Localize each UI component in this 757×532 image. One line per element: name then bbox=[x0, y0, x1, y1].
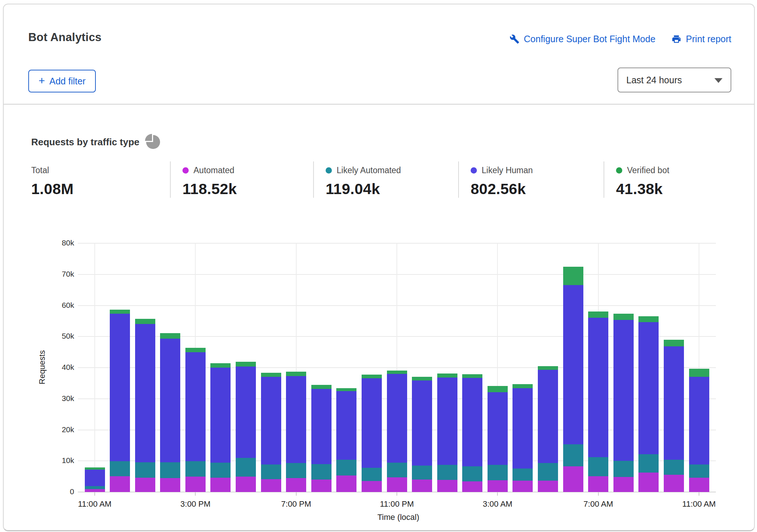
bar-segment-likely-human[interactable] bbox=[437, 378, 457, 465]
bar-segment-likely-automated[interactable] bbox=[563, 444, 583, 466]
bar-segment-verified-bot[interactable] bbox=[412, 377, 432, 380]
bar-segment-likely-human[interactable] bbox=[286, 376, 306, 463]
bar-segment-likely-human[interactable] bbox=[462, 378, 482, 466]
bar-segment-likely-automated[interactable] bbox=[437, 465, 457, 480]
bar-segment-verified-bot[interactable] bbox=[236, 362, 256, 367]
bar-segment-automated[interactable] bbox=[286, 478, 306, 492]
bar-segment-automated[interactable] bbox=[362, 481, 382, 492]
bar-segment-likely-human[interactable] bbox=[613, 320, 634, 461]
bar-segment-likely-human[interactable] bbox=[336, 391, 356, 460]
bar-segment-verified-bot[interactable] bbox=[160, 333, 180, 339]
bar-segment-likely-automated[interactable] bbox=[362, 468, 382, 481]
bar-segment-verified-bot[interactable] bbox=[85, 467, 105, 470]
bar-segment-likely-human[interactable] bbox=[538, 370, 558, 463]
bar-segment-likely-human[interactable] bbox=[135, 324, 155, 462]
bar-segment-automated[interactable] bbox=[311, 480, 332, 492]
bar-segment-automated[interactable] bbox=[538, 481, 558, 492]
bar-segment-automated[interactable] bbox=[563, 466, 583, 492]
bar-segment-automated[interactable] bbox=[613, 477, 634, 492]
bar-segment-verified-bot[interactable] bbox=[437, 374, 457, 378]
bar-segment-likely-human[interactable] bbox=[689, 377, 709, 464]
bar-segment-automated[interactable] bbox=[135, 478, 155, 492]
bar-segment-likely-human[interactable] bbox=[387, 374, 407, 463]
bar-segment-likely-automated[interactable] bbox=[689, 464, 709, 478]
bar-segment-likely-human[interactable] bbox=[638, 322, 659, 454]
bar-segment-verified-bot[interactable] bbox=[336, 388, 356, 391]
bar-segment-likely-automated[interactable] bbox=[110, 461, 130, 476]
bar-segment-verified-bot[interactable] bbox=[286, 372, 306, 376]
bar-segment-verified-bot[interactable] bbox=[538, 366, 558, 370]
bar-segment-verified-bot[interactable] bbox=[588, 311, 608, 318]
bar-segment-verified-bot[interactable] bbox=[512, 384, 533, 388]
bar-segment-likely-human[interactable] bbox=[362, 378, 382, 468]
bar-segment-likely-human[interactable] bbox=[512, 388, 533, 469]
bar-segment-verified-bot[interactable] bbox=[135, 319, 155, 324]
bar-segment-automated[interactable] bbox=[512, 481, 533, 492]
bar-segment-likely-human[interactable] bbox=[261, 377, 281, 464]
bar-segment-verified-bot[interactable] bbox=[210, 363, 231, 368]
bar-segment-automated[interactable] bbox=[689, 478, 709, 492]
bar-segment-automated[interactable] bbox=[185, 477, 206, 492]
bar-segment-likely-automated[interactable] bbox=[538, 463, 558, 480]
bar-segment-likely-automated[interactable] bbox=[185, 461, 206, 477]
bar-segment-likely-automated[interactable] bbox=[336, 460, 356, 475]
bar-segment-automated[interactable] bbox=[85, 489, 105, 492]
bar-segment-likely-automated[interactable] bbox=[588, 457, 608, 476]
bar-segment-likely-human[interactable] bbox=[236, 367, 256, 458]
bar-segment-likely-human[interactable] bbox=[563, 285, 583, 444]
bar-segment-likely-automated[interactable] bbox=[387, 463, 407, 477]
bar-segment-verified-bot[interactable] bbox=[563, 267, 583, 285]
bar-segment-likely-automated[interactable] bbox=[261, 464, 281, 480]
bar-segment-likely-human[interactable] bbox=[412, 380, 432, 466]
bar-segment-automated[interactable] bbox=[664, 475, 684, 492]
bar-segment-automated[interactable] bbox=[261, 479, 281, 492]
bar-segment-likely-automated[interactable] bbox=[462, 466, 482, 482]
bar-segment-likely-human[interactable] bbox=[488, 392, 508, 465]
bar-segment-automated[interactable] bbox=[638, 473, 659, 492]
bar-segment-verified-bot[interactable] bbox=[462, 374, 482, 378]
bar-segment-likely-human[interactable] bbox=[160, 339, 180, 462]
bar-segment-automated[interactable] bbox=[160, 478, 180, 492]
requests-by-traffic-type-chart[interactable]: 010k20k30k40k50k60k70k80k11:00 AM3:00 PM… bbox=[4, 4, 757, 532]
bar-segment-likely-human[interactable] bbox=[210, 368, 231, 463]
bar-segment-automated[interactable] bbox=[462, 481, 482, 492]
bar-segment-likely-automated[interactable] bbox=[135, 462, 155, 478]
bar-segment-likely-automated[interactable] bbox=[286, 463, 306, 478]
bar-segment-likely-automated[interactable] bbox=[638, 454, 659, 473]
bar-segment-likely-automated[interactable] bbox=[412, 466, 432, 480]
bar-segment-automated[interactable] bbox=[210, 478, 231, 492]
bar-segment-automated[interactable] bbox=[387, 477, 407, 492]
bar-segment-likely-automated[interactable] bbox=[236, 458, 256, 477]
bar-segment-likely-automated[interactable] bbox=[311, 464, 332, 480]
bar-segment-verified-bot[interactable] bbox=[488, 386, 508, 392]
bar-segment-verified-bot[interactable] bbox=[638, 316, 659, 322]
bar-segment-verified-bot[interactable] bbox=[185, 348, 206, 352]
bar-segment-likely-human[interactable] bbox=[664, 346, 684, 460]
bar-segment-verified-bot[interactable] bbox=[664, 340, 684, 346]
bar-segment-automated[interactable] bbox=[412, 480, 432, 492]
bar-segment-automated[interactable] bbox=[488, 480, 508, 492]
bar-segment-verified-bot[interactable] bbox=[110, 310, 130, 314]
bar-segment-likely-automated[interactable] bbox=[210, 463, 231, 478]
bar-segment-verified-bot[interactable] bbox=[261, 373, 281, 377]
bar-segment-verified-bot[interactable] bbox=[689, 369, 709, 377]
bar-segment-automated[interactable] bbox=[437, 480, 457, 492]
bar-segment-automated[interactable] bbox=[236, 477, 256, 492]
bar-segment-likely-automated[interactable] bbox=[488, 465, 508, 480]
bar-segment-automated[interactable] bbox=[110, 476, 130, 492]
bar-segment-likely-human[interactable] bbox=[185, 352, 206, 461]
bar-segment-likely-automated[interactable] bbox=[512, 469, 533, 481]
bar-segment-verified-bot[interactable] bbox=[387, 371, 407, 374]
bar-segment-verified-bot[interactable] bbox=[362, 375, 382, 378]
bar-segment-automated[interactable] bbox=[588, 476, 608, 492]
bar-segment-likely-automated[interactable] bbox=[160, 462, 180, 478]
bar-segment-likely-human[interactable] bbox=[85, 470, 105, 486]
bar-segment-likely-automated[interactable] bbox=[613, 461, 634, 477]
bar-segment-likely-human[interactable] bbox=[311, 389, 332, 464]
bar-segment-likely-automated[interactable] bbox=[664, 460, 684, 475]
bar-segment-verified-bot[interactable] bbox=[613, 314, 634, 320]
bar-segment-automated[interactable] bbox=[336, 475, 356, 492]
bar-segment-likely-human[interactable] bbox=[110, 314, 130, 461]
bar-segment-likely-human[interactable] bbox=[588, 318, 608, 457]
bar-segment-verified-bot[interactable] bbox=[311, 385, 332, 389]
